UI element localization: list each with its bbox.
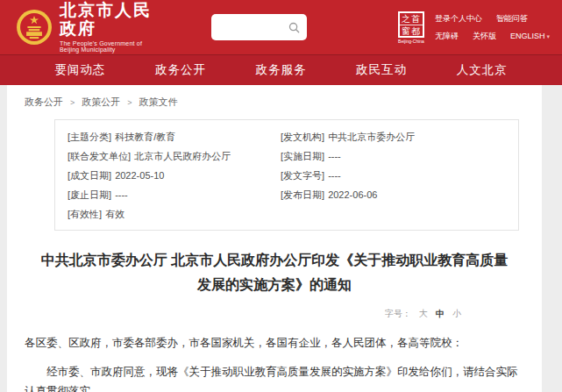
font-size-label: 字号：	[385, 308, 411, 320]
caret-down-icon: ▾	[546, 33, 550, 39]
header-utility-links: 登录个人中心 智能问答 无障碍 关怀版 ENGLISH▾	[435, 13, 550, 42]
breadcrumb-separator: >	[127, 98, 132, 107]
breadcrumb-item-3[interactable]: 政策文件	[139, 96, 178, 109]
font-size-small[interactable]: 小	[452, 308, 461, 320]
document-meta-box: [主题分类]科技教育/教育 [联合发文单位]北京市人民政府办公厅 [成文日期]2…	[54, 119, 519, 231]
seal-row-bottom: 窗都	[400, 25, 423, 37]
nav-item-gov-affairs[interactable]: 政务公开	[155, 62, 206, 78]
site-header: 北京市人民政府 The People's Government of Beiji…	[0, 0, 562, 54]
nav-item-culture[interactable]: 人文北京	[457, 62, 508, 78]
meta-joint-issuer: [联合发文单位]北京市人民政府办公厅	[68, 150, 281, 163]
font-size-large[interactable]: 大	[419, 308, 428, 320]
nav-item-interaction[interactable]: 政民互动	[356, 62, 407, 78]
meta-implement-date: [实施日期]----	[281, 150, 506, 163]
breadcrumb-separator: >	[70, 98, 75, 107]
capital-window-seal[interactable]: 之首 窗都 Beijing-China	[398, 11, 424, 44]
paragraph-salutation: 各区委、区政府，市委各部委办，市各国家机关，各国有企业，各人民团体，各高等院校：	[25, 334, 524, 353]
search-icon[interactable]	[288, 22, 300, 33]
meta-validity: [有效性]有效	[68, 208, 281, 221]
font-size-medium[interactable]: 中	[436, 308, 445, 320]
document-title: 中共北京市委办公厅 北京市人民政府办公厅印发《关于推动职业教育高质量发展的实施方…	[36, 248, 514, 297]
site-title: 北京市人民政府	[60, 2, 153, 39]
search-box[interactable]	[211, 14, 307, 40]
content-area: 政务公开 > 政策公开 > 政策文件 [主题分类]科技教育/教育 [联合发文单位…	[7, 85, 542, 392]
site-title-english: The People's Government of Beijing Munic…	[60, 40, 153, 53]
document-body: 各区委、区政府，市委各部委办，市各国家机关，各国有企业，各人民团体，各高等院校：…	[25, 334, 524, 392]
smart-qa-link[interactable]: 智能问答	[496, 13, 528, 25]
meta-doc-number: [发文字号]----	[281, 169, 506, 182]
search-input[interactable]	[218, 22, 288, 32]
seal-caption: Beijing-China	[398, 39, 424, 44]
accessibility-link[interactable]: 无障碍	[435, 31, 459, 42]
font-size-control: 字号： 大 中 小	[25, 308, 524, 320]
paragraph-main: 经市委、市政府同意，现将《关于推动职业教育高质量发展的实施方案》印发给你们，请结…	[25, 363, 524, 392]
care-version-link[interactable]: 关怀版	[473, 31, 496, 42]
breadcrumb: 政务公开 > 政策公开 > 政策文件	[25, 96, 524, 109]
seal-row-top: 之首	[400, 13, 423, 25]
english-link[interactable]: ENGLISH▾	[510, 32, 550, 40]
site-logo[interactable]: 北京市人民政府 The People's Government of Beiji…	[16, 2, 153, 53]
login-link[interactable]: 登录个人中心	[435, 13, 482, 25]
nav-item-services[interactable]: 政务服务	[255, 62, 306, 78]
meta-written-date: [成文日期]2022-05-10	[68, 169, 281, 182]
national-emblem-icon	[16, 9, 53, 46]
nav-item-news[interactable]: 要闻动态	[54, 62, 105, 78]
breadcrumb-item-2[interactable]: 政策公开	[82, 96, 120, 109]
meta-issuing-agency: [发文机构]中共北京市委办公厅	[281, 131, 506, 144]
breadcrumb-item-1[interactable]: 政务公开	[25, 96, 63, 109]
meta-publish-date: [发布日期]2022-06-06	[281, 189, 506, 202]
seal-icon: 之首 窗都	[398, 11, 424, 38]
meta-repeal-date: [废止日期]----	[68, 189, 281, 202]
primary-nav: 要闻动态 政务公开 政务服务 政民互动 人文北京	[0, 54, 562, 85]
meta-topic-category: [主题分类]科技教育/教育	[68, 131, 281, 144]
